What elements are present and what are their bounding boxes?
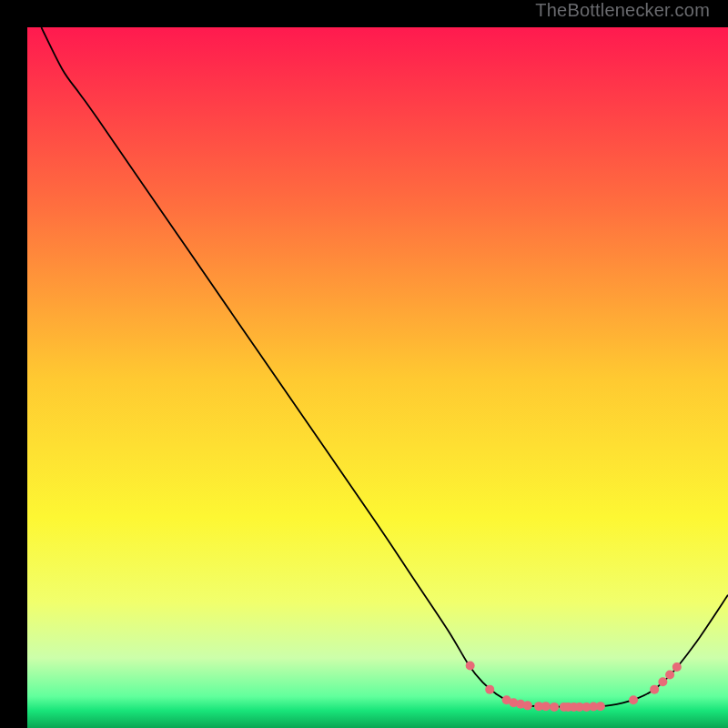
data-marker (485, 685, 494, 694)
gradient-background (27, 27, 728, 728)
data-marker (665, 670, 674, 679)
data-marker (523, 701, 532, 710)
data-marker (629, 695, 638, 704)
chart-frame (14, 14, 714, 714)
data-marker (658, 677, 667, 686)
data-marker (541, 702, 551, 711)
data-marker (650, 685, 659, 694)
data-marker (550, 703, 559, 712)
bottleneck-chart (27, 27, 728, 728)
watermark-text: TheBottlenecker.com (535, 0, 710, 21)
data-marker (596, 702, 605, 711)
data-marker (672, 662, 682, 672)
data-marker (466, 661, 475, 670)
